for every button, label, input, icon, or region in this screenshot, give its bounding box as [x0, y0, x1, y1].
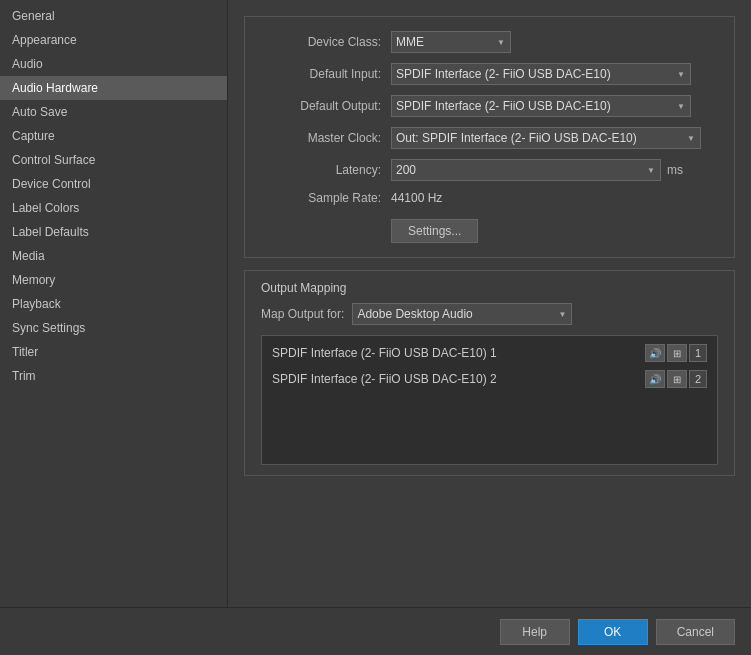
mapping-num-1: 1	[689, 344, 707, 362]
audio-settings-panel: Device Class: MME ASIO CoreAudio Default…	[244, 16, 735, 258]
mapping-item-2: SPDIF Interface (2- FiiO USB DAC-E10) 2 …	[266, 366, 713, 392]
device-class-select-wrapper: MME ASIO CoreAudio	[391, 31, 511, 53]
sidebar-item-label-defaults[interactable]: Label Defaults	[0, 220, 227, 244]
ok-button[interactable]: OK	[578, 619, 648, 645]
latency-select[interactable]: 200	[391, 159, 661, 181]
device-class-select[interactable]: MME ASIO CoreAudio	[391, 31, 511, 53]
settings-row: Settings...	[261, 215, 718, 243]
map-output-row: Map Output for: Adobe Desktop Audio	[261, 303, 718, 325]
default-input-select[interactable]: SPDIF Interface (2- FiiO USB DAC-E10)	[391, 63, 691, 85]
settings-button[interactable]: Settings...	[391, 219, 478, 243]
mapping-item-1-label: SPDIF Interface (2- FiiO USB DAC-E10) 1	[272, 346, 497, 360]
sidebar-item-auto-save[interactable]: Auto Save	[0, 100, 227, 124]
mapping-speaker-btn-1[interactable]: 🔊	[645, 344, 665, 362]
sidebar-item-audio[interactable]: Audio	[0, 52, 227, 76]
default-input-select-wrapper: SPDIF Interface (2- FiiO USB DAC-E10)	[391, 63, 691, 85]
default-output-select[interactable]: SPDIF Interface (2- FiiO USB DAC-E10)	[391, 95, 691, 117]
content-area: Device Class: MME ASIO CoreAudio Default…	[228, 0, 751, 607]
sidebar-item-device-control[interactable]: Device Control	[0, 172, 227, 196]
master-clock-select[interactable]: Out: SPDIF Interface (2- FiiO USB DAC-E1…	[391, 127, 701, 149]
footer: Help OK Cancel	[0, 607, 751, 655]
mapping-item-2-label: SPDIF Interface (2- FiiO USB DAC-E10) 2	[272, 372, 497, 386]
mapping-controls-1: 🔊 ⊞ 1	[645, 344, 707, 362]
master-clock-label: Master Clock:	[261, 131, 381, 145]
sidebar-item-sync-settings[interactable]: Sync Settings	[0, 316, 227, 340]
default-output-select-wrapper: SPDIF Interface (2- FiiO USB DAC-E10)	[391, 95, 691, 117]
output-mapping-panel: Output Mapping Map Output for: Adobe Des…	[244, 270, 735, 476]
sidebar: GeneralAppearanceAudioAudio HardwareAuto…	[0, 0, 228, 607]
default-input-row: Default Input: SPDIF Interface (2- FiiO …	[261, 63, 718, 85]
mapping-controls-2: 🔊 ⊞ 2	[645, 370, 707, 388]
sidebar-item-capture[interactable]: Capture	[0, 124, 227, 148]
latency-unit: ms	[667, 163, 683, 177]
mapping-speaker-btn-2[interactable]: 🔊	[645, 370, 665, 388]
mapping-num-2: 2	[689, 370, 707, 388]
sidebar-item-memory[interactable]: Memory	[0, 268, 227, 292]
sidebar-item-audio-hardware[interactable]: Audio Hardware	[0, 76, 227, 100]
device-class-row: Device Class: MME ASIO CoreAudio	[261, 31, 718, 53]
device-class-label: Device Class:	[261, 35, 381, 49]
sidebar-item-media[interactable]: Media	[0, 244, 227, 268]
sidebar-item-general[interactable]: General	[0, 4, 227, 28]
mapping-list: SPDIF Interface (2- FiiO USB DAC-E10) 1 …	[261, 335, 718, 465]
sidebar-item-titler[interactable]: Titler	[0, 340, 227, 364]
default-input-label: Default Input:	[261, 67, 381, 81]
default-output-label: Default Output:	[261, 99, 381, 113]
default-output-row: Default Output: SPDIF Interface (2- FiiO…	[261, 95, 718, 117]
master-clock-select-wrapper: Out: SPDIF Interface (2- FiiO USB DAC-E1…	[391, 127, 701, 149]
sample-rate-label: Sample Rate:	[261, 191, 381, 205]
map-output-select-wrapper: Adobe Desktop Audio	[352, 303, 572, 325]
sidebar-item-trim[interactable]: Trim	[0, 364, 227, 388]
mapping-mono-btn-1[interactable]: ⊞	[667, 344, 687, 362]
latency-label: Latency:	[261, 163, 381, 177]
output-mapping-title: Output Mapping	[261, 281, 718, 295]
sidebar-item-label-colors[interactable]: Label Colors	[0, 196, 227, 220]
cancel-button[interactable]: Cancel	[656, 619, 735, 645]
mapping-mono-btn-2[interactable]: ⊞	[667, 370, 687, 388]
latency-row: Latency: 200 ms	[261, 159, 718, 181]
latency-select-wrapper: 200	[391, 159, 661, 181]
sample-rate-value: 44100 Hz	[391, 191, 442, 205]
sample-rate-row: Sample Rate: 44100 Hz	[261, 191, 718, 205]
sidebar-item-appearance[interactable]: Appearance	[0, 28, 227, 52]
sidebar-item-playback[interactable]: Playback	[0, 292, 227, 316]
map-output-select[interactable]: Adobe Desktop Audio	[352, 303, 572, 325]
master-clock-row: Master Clock: Out: SPDIF Interface (2- F…	[261, 127, 718, 149]
mapping-item-1: SPDIF Interface (2- FiiO USB DAC-E10) 1 …	[266, 340, 713, 366]
help-button[interactable]: Help	[500, 619, 570, 645]
sidebar-item-control-surface[interactable]: Control Surface	[0, 148, 227, 172]
map-output-for-label: Map Output for:	[261, 307, 344, 321]
